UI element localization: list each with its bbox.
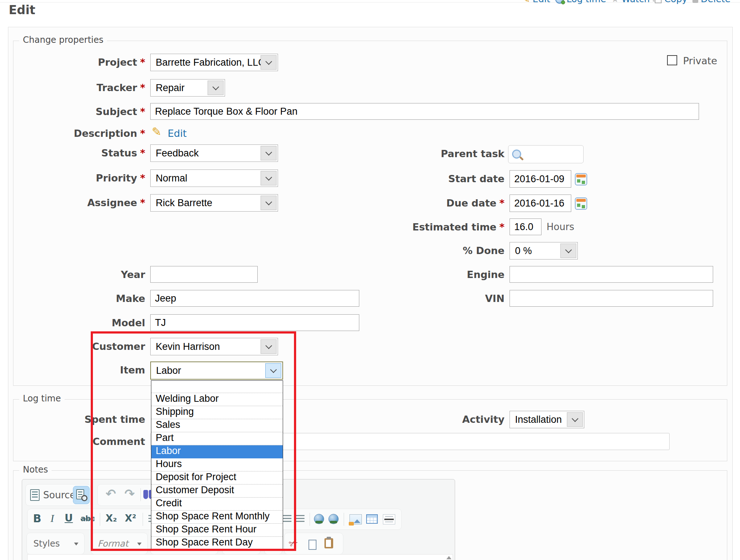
chevron-down-icon [567,412,583,427]
underline-button[interactable]: U [65,512,73,524]
subject-input[interactable]: Replace Torque Box & Floor Pan [150,103,699,120]
comment-label: Comment [7,436,145,447]
format-combo[interactable]: Format [91,533,148,555]
assignee-select[interactable]: Rick Barrette [150,194,278,212]
required-mark: * [140,106,145,117]
watch-link[interactable]: ★ Watch [611,0,650,4]
item-option-selected[interactable]: Labor [151,445,283,458]
copy-pages-icon[interactable] [308,540,316,550]
page-title: Edit [9,3,35,17]
vin-input[interactable] [510,290,713,307]
year-input[interactable] [150,266,258,283]
notes-legend: Notes [19,465,52,475]
model-value: TJ [155,317,166,328]
toolbar-group-source: Source [25,484,91,506]
item-value: Labor [156,365,181,376]
item-option[interactable]: Credit [151,498,283,511]
tracker-select[interactable]: Repair [150,79,225,97]
link-icon[interactable] [314,514,324,524]
item-option[interactable]: Customer Deposit [151,485,283,498]
strikethrough-button[interactable]: abc [81,514,95,523]
image-icon[interactable] [349,514,362,524]
bold-button[interactable]: B [33,512,41,525]
item-option[interactable] [151,381,283,393]
pencil-icon: ✎ [522,0,530,4]
chevron-down-icon [261,339,277,354]
private-checkbox[interactable] [667,55,677,65]
done-ratio-select[interactable]: 0 % [510,242,578,259]
item-option[interactable]: Sales [151,419,283,432]
log-time-fieldset: Log time [13,399,727,461]
notes-textarea[interactable] [27,554,453,560]
delete-link-label: Delete [701,0,731,4]
required-mark: * [140,82,145,93]
redo-icon[interactable]: ↷ [124,487,135,500]
make-input[interactable]: Jeep [150,290,359,307]
toolbar-group-undo: ↶ ↷ [97,484,158,506]
copy-link[interactable]: Copy [655,0,687,4]
horizontal-rule-icon[interactable] [383,514,395,524]
styles-combo-label: Styles [33,539,60,549]
div-container-icon[interactable] [295,515,304,523]
superscript-button[interactable]: X² [125,513,136,524]
item-select[interactable]: Labor [150,361,283,380]
due-date-input[interactable]: 2016-01-16 [510,195,571,212]
required-mark: * [140,147,145,159]
paste-clipboard-icon[interactable] [324,538,333,548]
item-option[interactable]: Shop Space Rent Monthly [151,511,283,524]
priority-select[interactable]: Normal [150,169,278,187]
calendar-icon[interactable] [575,173,587,185]
estimated-time-input[interactable]: 16.0 [510,218,541,235]
undo-icon[interactable]: ↶ [106,487,116,500]
source-button[interactable]: Source [43,490,75,500]
parent-task-input[interactable] [508,145,584,163]
customer-select[interactable]: Kevin Harrison [150,338,278,355]
scroll-up-arrow[interactable] [446,556,451,559]
log-time-link[interactable]: Log time [555,0,606,4]
cut-scissors-icon[interactable]: ✂ [287,536,300,550]
activity-label: Activity [367,414,504,425]
toolbar-separator [140,488,141,501]
toolbar-group-clipboard: ✂ [284,533,343,555]
item-option[interactable]: Shop Space Rent Hour [151,524,283,537]
item-option[interactable]: Welding Labor [151,393,283,406]
private-label: Private [683,55,717,66]
activity-select[interactable]: Installation [510,411,584,428]
log-time-legend: Log time [19,393,65,404]
status-select[interactable]: Feedback [150,144,278,162]
parent-task-label: Parent task [367,148,504,159]
search-icon [512,150,521,159]
required-mark: * [140,128,145,139]
project-select[interactable]: Barrette Fabrication, LLC [150,54,278,71]
hours-suffix: Hours [547,221,574,232]
customer-label: Customer [7,341,145,352]
find-binoculars-icon[interactable] [143,490,148,499]
spent-time-label: Spent time [7,414,145,425]
required-mark: * [140,57,145,68]
chevron-down-icon [261,55,277,70]
item-option[interactable]: Deposit for Project [151,471,283,485]
edit-link[interactable]: ✎ Edit [522,0,550,4]
unlink-icon[interactable] [328,514,339,524]
styles-combo[interactable]: Styles [26,533,85,555]
item-option[interactable]: Shipping [151,406,283,419]
model-input[interactable]: TJ [150,314,359,331]
project-value: Barrette Fabrication, LLC [156,57,265,68]
delete-link[interactable]: Delete [692,0,731,4]
italic-button[interactable]: I [50,512,54,524]
table-icon[interactable] [366,514,378,524]
description-edit-link[interactable]: Edit [168,128,187,139]
estimated-time-label: Estimated time* [367,221,504,233]
start-date-input[interactable]: 2016-01-09 [510,170,571,188]
calendar-icon[interactable] [575,197,587,210]
engine-input[interactable] [510,266,713,283]
subscript-button[interactable]: X₂ [106,513,117,524]
item-option[interactable]: Part [151,432,283,445]
chevron-down-icon [261,171,277,185]
issue-edit-page: ✎ Edit Log time ★ Watch Copy Delete Edit… [0,0,740,560]
item-option[interactable]: Shop Space Rent Day [151,537,283,549]
required-mark: * [499,197,504,209]
item-option[interactable]: Hours [151,458,283,471]
preview-button[interactable] [73,486,90,504]
toolbar-separator [344,513,344,526]
